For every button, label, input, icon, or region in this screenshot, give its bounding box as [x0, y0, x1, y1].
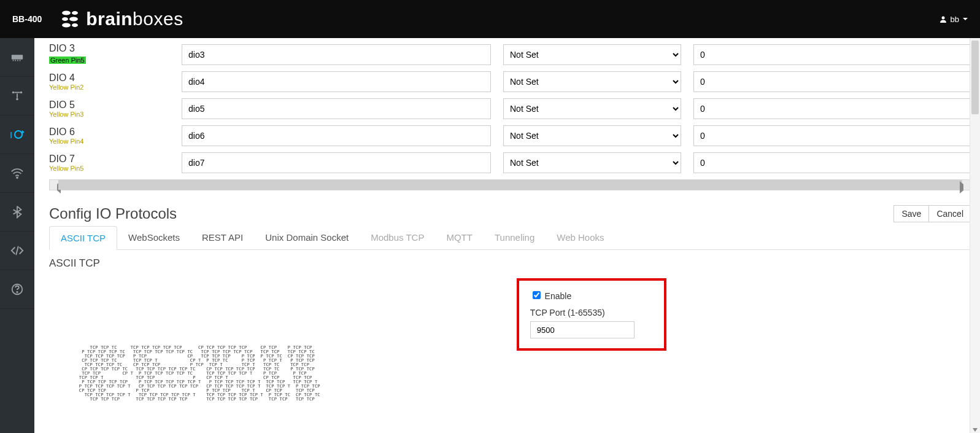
svg-rect-16 [17, 93, 18, 98]
dio-row: DIO 6 Yellow Pin4 Not Set [49, 125, 971, 146]
svg-point-18 [15, 131, 22, 138]
tab-mqtt[interactable]: MQTT [435, 226, 484, 249]
cancel-button[interactable]: Cancel [929, 205, 971, 222]
tab-web-hooks[interactable]: Web Hooks [546, 226, 615, 249]
dio-name-input[interactable] [182, 44, 491, 65]
vertical-scrollbar[interactable] [970, 38, 980, 433]
svg-point-12 [12, 92, 15, 94]
dio-count-input[interactable] [693, 152, 971, 173]
sidebar: I [0, 38, 34, 433]
save-button[interactable]: Save [893, 205, 929, 222]
svg-point-19 [17, 177, 18, 178]
dio-mode-select[interactable]: Not Set [503, 44, 681, 65]
help-icon [10, 283, 24, 296]
dio-title: DIO 7 [49, 154, 169, 165]
dio-pin: Green Pin5 [49, 57, 86, 64]
dio-label: DIO 6 Yellow Pin4 [49, 127, 169, 145]
brand-logo: brainboxes [60, 8, 183, 30]
dio-mode-select[interactable]: Not Set [503, 98, 681, 119]
dio-pin: Yellow Pin3 [49, 111, 169, 118]
user-name: bb [951, 15, 959, 24]
device-icon [10, 50, 24, 64]
dio-title: DIO 3 [49, 43, 169, 54]
dio-mode-select[interactable]: Not Set [503, 71, 681, 92]
tcp-port-input[interactable] [530, 321, 635, 338]
wifi-icon [10, 166, 24, 180]
svg-point-2 [62, 17, 68, 21]
dio-name-input[interactable] [182, 125, 491, 146]
bluetooth-icon [10, 205, 24, 219]
dio-label: DIO 7 Yellow Pin5 [49, 154, 169, 172]
vertical-scrollbar-thumb[interactable] [971, 41, 979, 114]
dio-row: DIO 5 Yellow Pin3 Not Set [49, 98, 971, 119]
sidebar-item-wifi[interactable] [0, 154, 34, 193]
svg-point-1 [72, 11, 78, 15]
sidebar-item-device[interactable] [0, 38, 34, 77]
enable-checkbox[interactable] [533, 291, 541, 299]
tab-unix-domain-socket[interactable]: Unix Domain Socket [254, 226, 360, 249]
dio-label: DIO 4 Yellow Pin2 [49, 72, 169, 91]
svg-point-3 [69, 17, 78, 21]
sidebar-item-io[interactable]: I [0, 115, 34, 154]
svg-text:I: I [10, 130, 12, 140]
sidebar-item-bluetooth[interactable] [0, 193, 34, 232]
horizontal-scrollbar[interactable] [49, 179, 971, 190]
svg-point-13 [20, 92, 23, 94]
svg-point-0 [62, 11, 71, 15]
dio-mode-select[interactable]: Not Set [503, 152, 681, 173]
tab-ascii-tcp[interactable]: ASCII TCP [49, 226, 117, 250]
svg-point-6 [941, 17, 944, 20]
dio-pin: Yellow Pin5 [49, 165, 169, 172]
svg-rect-9 [15, 60, 16, 61]
enable-label[interactable]: Enable [530, 291, 571, 301]
code-icon [10, 244, 24, 257]
tab-tunneling[interactable]: Tunneling [484, 226, 546, 249]
dio-title: DIO 5 [49, 99, 169, 111]
dio-label: DIO 5 Yellow Pin3 [49, 99, 169, 118]
dio-row: DIO 4 Yellow Pin2 Not Set [49, 71, 971, 92]
sidebar-item-code[interactable] [0, 232, 34, 270]
svg-point-4 [62, 23, 71, 28]
app-header: BB-400 brainboxes bb [0, 0, 980, 38]
section-title: Config IO Protocols [49, 205, 177, 222]
dio-label: DIO 3 Green Pin5 [49, 44, 169, 65]
user-menu[interactable]: bb [939, 15, 968, 24]
dio-row: DIO 7 Yellow Pin5 Not Set [49, 152, 971, 173]
dio-pin: Yellow Pin4 [49, 138, 169, 145]
ascii-diagram: TCP TCP TC TCP TCP TCP TCP TCP CP TCP TC… [49, 278, 320, 402]
dio-title: DIO 4 [49, 72, 169, 84]
svg-rect-7 [12, 55, 23, 59]
dio-row: DIO 3 Green Pin5 Not Set [49, 44, 971, 65]
svg-rect-11 [20, 60, 21, 61]
pipeline-icon [10, 89, 24, 103]
svg-point-21 [17, 292, 17, 292]
chevron-down-icon [963, 17, 968, 21]
svg-rect-15 [14, 92, 20, 93]
dio-name-input[interactable] [182, 98, 491, 119]
dio-count-input[interactable] [693, 44, 971, 65]
scrollbar-thumb[interactable] [58, 180, 962, 190]
dio-count-input[interactable] [693, 71, 971, 92]
tab-websockets[interactable]: WebSockets [117, 226, 191, 249]
svg-rect-10 [17, 60, 18, 61]
brainboxes-icon [60, 8, 82, 30]
sidebar-item-help[interactable] [0, 270, 34, 309]
tab-modbus-tcp[interactable]: Modbus TCP [360, 226, 435, 249]
dio-count-input[interactable] [693, 125, 971, 146]
io-icon: I [10, 127, 25, 142]
dio-mode-select[interactable]: Not Set [503, 125, 681, 146]
svg-rect-8 [13, 60, 14, 61]
subsection-title: ASCII TCP [49, 257, 971, 270]
user-icon [939, 15, 947, 23]
product-code: BB-400 [12, 14, 42, 24]
sidebar-item-pipeline[interactable] [0, 77, 34, 115]
dio-name-input[interactable] [182, 152, 491, 173]
protocol-tabs: ASCII TCPWebSocketsREST APIUnix Domain S… [49, 226, 971, 250]
dio-name-input[interactable] [182, 71, 491, 92]
dio-title: DIO 6 [49, 127, 169, 138]
tab-rest-api[interactable]: REST API [191, 226, 254, 249]
svg-point-14 [16, 98, 18, 101]
dio-count-input[interactable] [693, 98, 971, 119]
main-content: DIO 3 Green Pin5 Not Set DIO 4 Yellow Pi… [34, 38, 980, 433]
svg-point-5 [72, 23, 78, 27]
